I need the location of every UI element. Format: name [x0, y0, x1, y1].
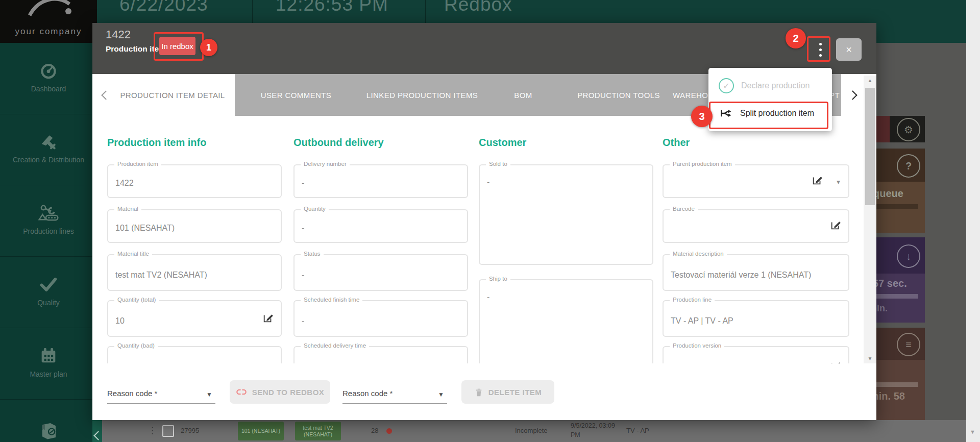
row-status: Incomplete: [515, 427, 548, 434]
field-production-item[interactable]: Production item 1422: [107, 164, 282, 198]
tab-linked-production-items[interactable]: LINKED PRODUCTION ITEMS: [366, 91, 478, 100]
chevron-down-icon[interactable]: ▾: [837, 178, 840, 186]
company-logo: your company: [0, 0, 97, 43]
scroll-down-icon[interactable]: ▼: [864, 356, 876, 361]
redbox-icon: [0, 420, 97, 440]
sidebar-item-creation-distribution[interactable]: Creation & Distribution: [0, 114, 97, 185]
red-status-dot: [386, 428, 392, 434]
download-icon: ↓: [897, 244, 920, 268]
field-quantity-bad[interactable]: Quantity (bad): [107, 346, 282, 363]
field-value: Testovací materiál verze 1 (NESAHAT): [671, 271, 811, 280]
close-button[interactable]: ×: [836, 38, 862, 61]
sidebar-item-label: Creation & Distribution: [0, 156, 97, 164]
check-icon: [0, 274, 97, 294]
sidebar-item-label: Quality: [0, 299, 97, 307]
page-scrollbar[interactable]: ▼: [966, 0, 980, 442]
background-table-row: ⋮ 27995 101 (NESAHAT) test mat TV2 (NESA…: [97, 420, 966, 442]
field-material-title[interactable]: Material title test mat TV2 (NESAHAT): [107, 254, 282, 291]
field-production-version[interactable]: Production version: [663, 346, 849, 363]
section-title: Customer: [479, 137, 526, 149]
tools-icon: [0, 131, 97, 152]
tab-bom[interactable]: BOM: [514, 91, 532, 100]
sidebar: your company Dashboard Creation & Distri…: [0, 0, 97, 442]
chevron-down-icon: ▼: [438, 391, 444, 398]
company-name: your company: [0, 27, 97, 37]
sidebar-item-redbox[interactable]: [0, 400, 97, 442]
field-barcode[interactable]: Barcode: [663, 209, 849, 243]
modal-scrollbar[interactable]: ▲ ▼: [864, 76, 876, 363]
field-label: Quantity (bad): [114, 342, 158, 349]
sidebar-item-master-plan[interactable]: Master plan: [0, 328, 97, 400]
tab-user-comments[interactable]: USER COMMENTS: [261, 91, 332, 100]
field-value: -: [487, 178, 489, 187]
field-label: Material description: [670, 251, 727, 257]
reason-code-select-1[interactable]: Reason code * ▼: [107, 388, 215, 404]
reason-code-select-2[interactable]: Reason code * ▼: [342, 388, 447, 404]
menu-item-declare-production[interactable]: ✓ Declare production: [708, 72, 832, 100]
check-circle-icon: ✓: [719, 78, 734, 93]
scroll-up-icon[interactable]: ▲: [864, 78, 876, 83]
field-label: Parent production item: [670, 161, 735, 167]
field-label: Production line: [670, 297, 715, 303]
field-ship-to[interactable]: Ship to -: [479, 279, 653, 363]
delete-item-label: DELETE ITEM: [488, 388, 542, 397]
sidebar-item-dashboard[interactable]: Dashboard: [0, 43, 97, 114]
sidebar-item-production-lines[interactable]: Production lines: [0, 185, 97, 257]
field-label: Barcode: [670, 206, 698, 212]
question-icon: ?: [897, 154, 920, 178]
edit-icon[interactable]: [262, 312, 274, 324]
background-green-panel: [92, 420, 102, 442]
field-label: Scheduled finish time: [301, 297, 362, 303]
field-sold-to[interactable]: Sold to -: [479, 164, 653, 265]
calendar-icon: [0, 346, 97, 366]
annotation-number-3: 3: [691, 106, 713, 127]
field-delivery-quantity[interactable]: Quantity -: [293, 209, 468, 243]
field-quantity-total[interactable]: Quantity (total) 10: [107, 300, 282, 337]
modal-body: Production item info Outbound delivery C…: [92, 116, 864, 363]
row-checkbox[interactable]: [162, 425, 174, 437]
annotation-box-3: [709, 102, 828, 129]
field-value: TV - AP | TV - AP: [671, 316, 733, 326]
trash-icon: [474, 387, 483, 397]
screen: your company Dashboard Creation & Distri…: [0, 0, 980, 442]
send-to-redbox-button[interactable]: SEND TO REDBOX: [230, 380, 330, 404]
field-value: -: [302, 316, 304, 326]
current-time: 12:26:53 PM: [276, 0, 388, 15]
tabs-scroll-right-icon[interactable]: [848, 90, 857, 100]
field-material-description[interactable]: Material description Testovací materiál …: [663, 254, 849, 291]
kebab-icon[interactable]: ⋮: [148, 425, 157, 436]
material-title-badge: test mat TV2 (NESAHAT): [295, 422, 341, 440]
field-label: Quantity (total): [114, 297, 159, 303]
field-parent-production-item[interactable]: Parent production item ▾: [663, 164, 849, 198]
page-title: Redbox: [444, 0, 512, 15]
section-title: Production item info: [107, 137, 206, 149]
scroll-down-icon[interactable]: ▼: [970, 429, 975, 435]
delete-item-button[interactable]: DELETE ITEM: [461, 380, 554, 404]
field-production-line[interactable]: Production line TV - AP | TV - AP: [663, 300, 849, 337]
row-line: TV - AP: [626, 427, 649, 434]
row-id: 27995: [181, 427, 199, 434]
edit-icon[interactable]: [812, 175, 823, 186]
annotation-box-1: [154, 32, 204, 61]
field-status[interactable]: Status -: [293, 254, 468, 291]
section-title: Outbound delivery: [293, 137, 384, 149]
field-scheduled-finish-time[interactable]: Scheduled finish time -: [293, 300, 468, 337]
card-gear-panel[interactable]: ⚙: [890, 116, 925, 142]
logo-swoosh-icon: [24, 0, 76, 21]
tab-production-item-detail[interactable]: PRODUCTION ITEM DETAIL: [120, 91, 225, 100]
scrollbar-thumb[interactable]: [865, 88, 875, 205]
field-material[interactable]: Material 101 (NESAHAT): [107, 209, 282, 243]
row-datetime: 9/5/2022, 03:09 PM: [571, 422, 624, 439]
annotation-box-2: [807, 36, 830, 62]
gauge-icon: [0, 60, 97, 81]
tab-production-tools[interactable]: PRODUCTION TOOLS: [577, 91, 660, 100]
edit-icon[interactable]: [830, 219, 841, 231]
tabs-scroll-left-icon[interactable]: [101, 90, 110, 100]
field-scheduled-delivery-time[interactable]: Scheduled delivery time: [293, 346, 468, 363]
material-badge: 101 (NESAHAT): [238, 422, 284, 440]
sidebar-item-quality[interactable]: Quality: [0, 257, 97, 328]
field-delivery-number[interactable]: Delivery number -: [293, 164, 468, 198]
field-value: -: [302, 271, 304, 280]
field-value: test mat TV2 (NESAHAT): [115, 271, 207, 280]
annotation-number-1: 1: [200, 39, 217, 56]
